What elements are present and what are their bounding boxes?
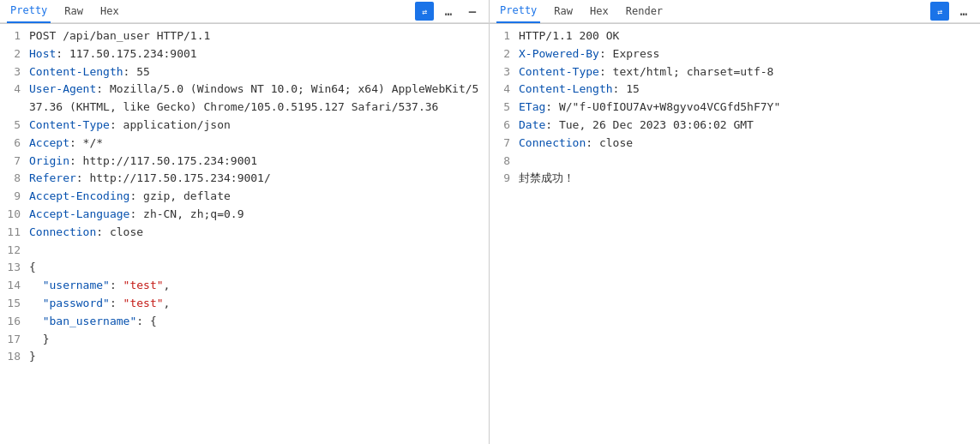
line-number: 13 — [5, 259, 21, 277]
table-row: 8Referer: http://117.50.175.234:9001/ — [0, 170, 489, 188]
tab-left-pretty[interactable]: Pretty — [7, 0, 51, 23]
line-content: POST /api/ban_user HTTP/1.1 — [29, 27, 210, 45]
table-row: 2Host: 117.50.175.234:9001 — [0, 45, 489, 63]
line-content: Accept-Encoding: gzip, deflate — [29, 188, 231, 206]
line-number: 3 — [495, 63, 510, 81]
line-content: Origin: http://117.50.175.234:9001 — [29, 153, 257, 171]
left-tab-controls: ⇄ … — — [415, 2, 482, 21]
table-row: 3Content-Length: 55 — [0, 63, 489, 81]
table-row: 5Content-Type: application/json — [0, 117, 489, 135]
tab-right-hex[interactable]: Hex — [586, 0, 612, 22]
line-number: 5 — [5, 117, 21, 135]
line-number: 15 — [5, 295, 21, 313]
right-tab-controls: ⇄ … — [930, 2, 973, 21]
table-row: 17 } — [0, 331, 489, 349]
line-content: Accept-Language: zh-CN, zh;q=0.9 — [29, 206, 243, 224]
line-content: Date: Tue, 26 Dec 2023 03:06:02 GMT — [519, 117, 754, 135]
table-row: 3Content-Type: text/html; charset=utf-8 — [490, 63, 980, 81]
line-number: 3 — [5, 63, 21, 81]
line-number: 8 — [495, 153, 510, 171]
line-content: Connection: close — [519, 135, 633, 153]
line-number: 4 — [495, 81, 510, 99]
line-content: X-Powered-By: Express — [519, 45, 659, 63]
line-content: } — [29, 331, 49, 349]
line-number: 4 — [5, 81, 21, 117]
table-row: 2X-Powered-By: Express — [490, 45, 980, 63]
left-panel-header: Pretty Raw Hex ⇄ … — — [0, 0, 490, 23]
line-content: HTTP/1.1 200 OK — [519, 27, 619, 45]
line-number: 9 — [5, 188, 21, 206]
line-number: 6 — [5, 135, 21, 153]
tab-left-hex[interactable]: Hex — [97, 0, 123, 22]
line-content: Content-Length: 55 — [29, 63, 150, 81]
line-number: 12 — [5, 242, 21, 260]
table-row: 14 "username": "test", — [0, 277, 489, 295]
line-content: "ban_username": { — [29, 313, 157, 331]
line-content: { — [29, 259, 36, 277]
table-row: 6Accept: */* — [0, 135, 489, 153]
table-row: 4User-Agent: Mozilla/5.0 (Windows NT 10.… — [0, 81, 489, 117]
right-panel-header: Pretty Raw Hex Render ⇄ … — [490, 0, 980, 23]
panels: 1POST /api/ban_user HTTP/1.12Host: 117.5… — [0, 24, 980, 444]
line-content: Accept: */* — [29, 135, 103, 153]
table-row: 5ETag: W/"f-U0fIOU7Av+W8gyvo4VCGfd5hF7Y" — [490, 99, 980, 117]
line-content: User-Agent: Mozilla/5.0 (Windows NT 10.0… — [29, 81, 484, 117]
tab-right-render[interactable]: Render — [622, 0, 666, 22]
table-row: 1HTTP/1.1 200 OK — [490, 27, 980, 45]
line-content: Content-Type: application/json — [29, 117, 231, 135]
line-number: 1 — [5, 27, 21, 45]
right-copy-btn[interactable]: ⇄ — [930, 2, 949, 21]
line-content: 封禁成功！ — [519, 170, 574, 188]
line-number: 11 — [5, 224, 21, 242]
line-content: Connection: close — [29, 224, 143, 242]
line-content: Content-Length: 15 — [519, 81, 640, 99]
line-number: 10 — [5, 206, 21, 224]
line-content: } — [29, 348, 36, 366]
line-content: "username": "test", — [29, 277, 170, 295]
line-number: 16 — [5, 313, 21, 331]
table-row: 6Date: Tue, 26 Dec 2023 03:06:02 GMT — [490, 117, 980, 135]
table-row: 7Origin: http://117.50.175.234:9001 — [0, 153, 489, 171]
line-number: 2 — [5, 45, 21, 63]
top-bar: Pretty Raw Hex ⇄ … — Pretty Raw Hex Rend… — [0, 0, 980, 24]
table-row: 18} — [0, 348, 489, 366]
line-content: ETag: W/"f-U0fIOU7Av+W8gyvo4VCGfd5hF7Y" — [519, 99, 780, 117]
line-number: 7 — [495, 135, 510, 153]
line-number: 6 — [495, 117, 510, 135]
table-row: 10Accept-Language: zh-CN, zh;q=0.9 — [0, 206, 489, 224]
tab-right-raw[interactable]: Raw — [550, 0, 576, 22]
table-row: 15 "password": "test", — [0, 295, 489, 313]
table-row: 16 "ban_username": { — [0, 313, 489, 331]
tab-left-raw[interactable]: Raw — [61, 0, 87, 22]
table-row: 9封禁成功！ — [490, 170, 980, 188]
table-row: 7Connection: close — [490, 135, 980, 153]
right-more-btn[interactable]: … — [954, 2, 973, 21]
line-number: 5 — [495, 99, 510, 117]
line-number: 14 — [5, 277, 21, 295]
line-number: 7 — [5, 153, 21, 171]
line-number: 2 — [495, 45, 510, 63]
tab-right-pretty[interactable]: Pretty — [496, 0, 540, 23]
line-number: 8 — [5, 170, 21, 188]
table-row: 9Accept-Encoding: gzip, deflate — [0, 188, 489, 206]
table-row: 11Connection: close — [0, 224, 489, 242]
line-number: 17 — [5, 331, 21, 349]
right-panel: 1HTTP/1.1 200 OK2X-Powered-By: Express3C… — [490, 24, 980, 444]
table-row: 1POST /api/ban_user HTTP/1.1 — [0, 27, 489, 45]
line-content: Content-Type: text/html; charset=utf-8 — [519, 63, 773, 81]
table-row: 13{ — [0, 259, 489, 277]
line-content: Referer: http://117.50.175.234:9001/ — [29, 170, 271, 188]
left-close-btn[interactable]: — — [463, 2, 482, 21]
table-row: 8 — [490, 153, 980, 171]
left-panel: 1POST /api/ban_user HTTP/1.12Host: 117.5… — [0, 24, 490, 444]
line-number: 18 — [5, 348, 21, 366]
line-number: 1 — [495, 27, 510, 45]
left-copy-btn[interactable]: ⇄ — [415, 2, 434, 21]
line-content: "password": "test", — [29, 295, 170, 313]
table-row: 12 — [0, 242, 489, 260]
left-more-btn[interactable]: … — [439, 2, 458, 21]
table-row: 4Content-Length: 15 — [490, 81, 980, 99]
line-content: Host: 117.50.175.234:9001 — [29, 45, 197, 63]
line-number: 9 — [495, 170, 510, 188]
